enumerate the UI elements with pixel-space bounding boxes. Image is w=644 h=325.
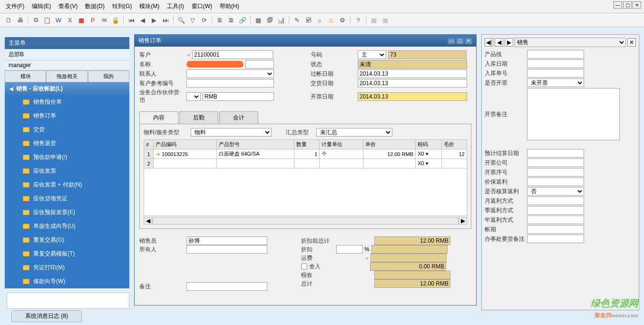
ref-input[interactable] bbox=[186, 79, 274, 88]
tree-item-3[interactable]: 销售退货 bbox=[5, 137, 129, 150]
tool-chart-icon[interactable]: 📊 bbox=[276, 15, 286, 25]
tool-approve-icon[interactable]: 🗹 bbox=[303, 15, 313, 25]
tool-new-icon[interactable]: 🗋 bbox=[4, 15, 13, 25]
tool-layout-icon[interactable]: ▦ bbox=[254, 15, 263, 25]
window-maximize-icon[interactable]: ▢ bbox=[456, 38, 464, 44]
left-tab-module[interactable]: 模块 bbox=[5, 70, 46, 82]
yearret-input[interactable] bbox=[527, 216, 584, 224]
tool-gear-icon[interactable]: ⚙ bbox=[338, 15, 347, 25]
close-icon[interactable]: ✕ bbox=[633, 1, 641, 9]
tool-help-icon[interactable]: ? bbox=[353, 15, 363, 25]
system-msg-log-tab[interactable]: 系统消息日志 (8) bbox=[11, 310, 82, 322]
period-input[interactable] bbox=[527, 225, 584, 234]
tool-print-icon[interactable]: 🖶 bbox=[15, 15, 25, 25]
tool-copy-icon[interactable]: ⧉ bbox=[31, 15, 40, 25]
indate-input[interactable] bbox=[527, 59, 584, 68]
menu-file[interactable]: 文件(F) bbox=[4, 1, 26, 11]
contact-select[interactable] bbox=[186, 69, 274, 78]
tree-header-sales-ar[interactable]: ◀ 销售 - 应收帐款(L) bbox=[5, 82, 129, 95]
table-row[interactable]: 1➜ 100013225白面硬盘 64G/SA1个12.00 RMBX0 ▾12 bbox=[144, 149, 467, 159]
col-header[interactable]: 单价 bbox=[363, 140, 415, 149]
h-scrollbar[interactable] bbox=[152, 217, 459, 225]
maximize-icon[interactable]: ▢ bbox=[623, 1, 632, 9]
tool-prev-icon[interactable]: ◀ bbox=[138, 15, 147, 25]
minimize-icon[interactable]: — bbox=[614, 1, 622, 9]
tree-item-12[interactable]: 凭证打印(M) bbox=[5, 261, 129, 275]
tool-lock-icon[interactable]: 🔒 bbox=[111, 15, 120, 25]
menu-tools[interactable]: 工具(I) bbox=[165, 1, 185, 11]
tool-doc2-icon[interactable]: 🗎 bbox=[226, 15, 236, 25]
currency-input[interactable] bbox=[203, 92, 274, 101]
customer-input[interactable] bbox=[192, 50, 273, 59]
tool-excel-icon[interactable]: X bbox=[65, 15, 75, 25]
left-tab-dragdrop[interactable]: 拖放相关 bbox=[46, 70, 88, 82]
freight-link-icon[interactable]: ➜ bbox=[365, 256, 369, 261]
remark-input[interactable] bbox=[186, 282, 267, 291]
tree-item-4[interactable]: 预收款申请(/) bbox=[5, 150, 129, 164]
items-table[interactable]: #产品编码产品型号数量计量单位单价税码毛价 1➜ 100013225白面硬盘 6… bbox=[144, 139, 467, 216]
col-header[interactable]: 计量单位 bbox=[320, 140, 363, 149]
productline-input[interactable] bbox=[527, 50, 584, 59]
panel-close-icon[interactable]: ✕ bbox=[627, 38, 636, 47]
col-header[interactable]: # bbox=[144, 140, 154, 149]
roundoff-checkbox[interactable] bbox=[301, 262, 307, 271]
docdate-input[interactable] bbox=[358, 92, 467, 101]
doc-series-select[interactable]: 主 bbox=[358, 50, 386, 59]
tool-pdf-icon[interactable]: ▦ bbox=[77, 15, 86, 25]
menu-edit[interactable]: 编辑(E) bbox=[30, 1, 53, 11]
col-header[interactable]: 产品编码 bbox=[154, 140, 217, 149]
invremark-textarea[interactable] bbox=[527, 88, 620, 140]
menu-view[interactable]: 查看(V) bbox=[57, 1, 79, 11]
tree-item-9[interactable]: 单据生成向导(U) bbox=[5, 219, 129, 233]
inno-input[interactable] bbox=[527, 69, 584, 78]
approved-select[interactable]: 否 bbox=[527, 187, 584, 196]
tool-alert-icon[interactable]: ⚠ bbox=[326, 15, 336, 25]
docnum-input[interactable] bbox=[388, 50, 467, 59]
tool-first-icon[interactable]: ⏮ bbox=[127, 15, 136, 25]
monthret-input[interactable] bbox=[527, 197, 584, 205]
tool-find-icon[interactable]: 🔍 bbox=[176, 15, 186, 25]
col-header[interactable]: 产品型号 bbox=[216, 140, 294, 149]
category-select[interactable]: 销售 bbox=[515, 38, 626, 47]
tool-filter-icon[interactable]: ▽ bbox=[188, 15, 197, 25]
menu-goto[interactable]: 转到(G) bbox=[110, 1, 134, 11]
scroll-right-icon[interactable]: ▶ bbox=[459, 217, 467, 225]
tool-query-icon[interactable]: ⌕ bbox=[315, 15, 324, 25]
window-close-icon[interactable]: ✕ bbox=[465, 38, 472, 44]
nav-prev-icon[interactable]: ◀ bbox=[495, 38, 503, 47]
salesperson-input[interactable] bbox=[186, 236, 267, 245]
tree-item-13[interactable]: 催款向导(W) bbox=[5, 275, 129, 288]
tool-report-icon[interactable]: 🗐 bbox=[265, 15, 274, 25]
nav-first-icon[interactable]: ◀| bbox=[485, 38, 493, 47]
tool-paste-icon[interactable]: 📋 bbox=[42, 15, 52, 25]
owner-input[interactable] bbox=[186, 245, 267, 254]
discount-pct-input[interactable] bbox=[336, 245, 362, 254]
tab-logistics[interactable]: 后勤 bbox=[179, 111, 218, 124]
tree-item-7[interactable]: 应收贷项凭证 bbox=[5, 192, 129, 206]
tree-item-1[interactable]: 销售订单 bbox=[5, 109, 129, 123]
tab-content[interactable]: 内容 bbox=[139, 111, 178, 124]
tool-next-icon[interactable]: ▶ bbox=[149, 15, 159, 25]
summarytype-select[interactable]: 未汇总 bbox=[316, 128, 392, 137]
tree-item-0[interactable]: 销售报价单 bbox=[5, 95, 129, 109]
tree-item-6[interactable]: 应收发票 + 付款(N) bbox=[5, 178, 129, 192]
tool-mail-icon[interactable]: ✉ bbox=[99, 15, 109, 25]
invoiced-select[interactable]: 未开票 bbox=[527, 79, 584, 87]
menu-module[interactable]: 模块(M) bbox=[137, 1, 161, 11]
remark2-input[interactable] bbox=[527, 235, 584, 243]
tool-last-icon[interactable]: ⏭ bbox=[161, 15, 170, 25]
tool-extra1-icon[interactable]: ▦ bbox=[369, 15, 379, 25]
menu-data[interactable]: 数据(D) bbox=[83, 1, 107, 11]
menu-help[interactable]: 帮助(H) bbox=[218, 1, 241, 11]
table-row[interactable]: 2X0 ▾ bbox=[144, 159, 467, 168]
invseq-input[interactable] bbox=[527, 168, 584, 177]
scroll-left-icon[interactable]: ◀ bbox=[144, 217, 152, 225]
currency-select[interactable] bbox=[186, 92, 201, 101]
postdate-input[interactable] bbox=[358, 69, 467, 78]
name-input[interactable] bbox=[245, 60, 274, 69]
expdate-input[interactable] bbox=[527, 149, 584, 158]
tool-extra2-icon[interactable]: ▦ bbox=[381, 15, 390, 25]
left-tab-mine[interactable]: 我的 bbox=[88, 70, 129, 82]
delivdate-input[interactable] bbox=[358, 79, 467, 88]
tree-item-2[interactable]: 交货 bbox=[5, 123, 129, 137]
